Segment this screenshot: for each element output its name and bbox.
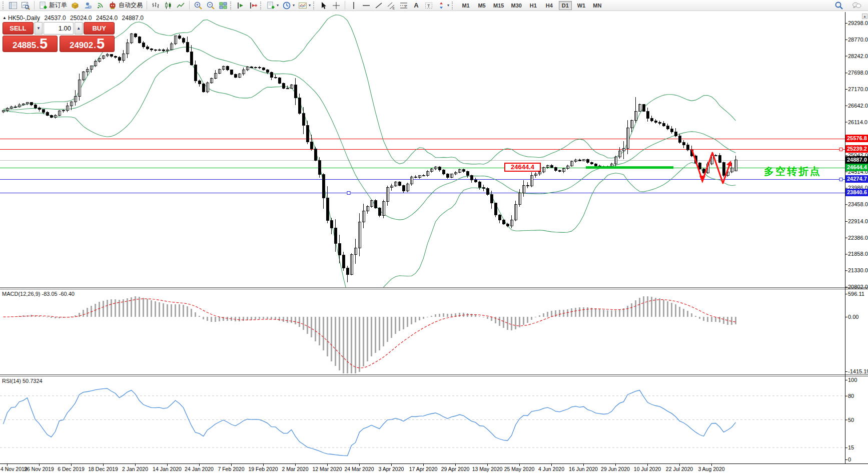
period-clock-dropdown[interactable]: ▾ (281, 1, 296, 11)
rsi-line (4, 388, 736, 456)
chevron-down-icon: ▾ (309, 4, 311, 8)
horizontal-line-tool-icon[interactable] (360, 1, 372, 11)
price-flag-annotation[interactable]: 24644.4 (504, 163, 541, 172)
new-order-label: 新订单 (49, 1, 67, 10)
chart-window: ▲ HK50-,Daily 24537.0 25024.0 24524.0 24… (0, 12, 868, 473)
volume-input[interactable] (44, 22, 74, 35)
toolbar-separator (189, 1, 190, 10)
scroll-up-arrow[interactable]: ▲ (862, 14, 867, 19)
buy-button[interactable]: BUY (84, 22, 115, 35)
community-icon[interactable] (82, 1, 94, 11)
timeframe-mn[interactable]: MN (591, 1, 604, 10)
toolbar-right (833, 1, 866, 11)
bar-chart-mode-icon[interactable] (150, 1, 162, 11)
toolbar-separator (345, 1, 345, 10)
auto-trading-button[interactable]: 自动交易 (107, 1, 144, 11)
one-click-trade-panel: SELL ▼ ▲ BUY 24885 . 5 24902 . 5 (3, 22, 115, 52)
svg-text:T: T (427, 3, 430, 8)
market-cube-icon[interactable] (69, 1, 81, 11)
line-handle[interactable] (839, 178, 842, 181)
templates-dropdown[interactable]: ▾ (265, 1, 280, 11)
trading-terminal-window: 新订单 自动交易 (0, 0, 868, 473)
timeframe-w1[interactable]: W1 (575, 1, 588, 10)
timeframe-h1[interactable]: H1 (527, 1, 540, 10)
bollinger-middle-line (4, 47, 736, 220)
toolbar-separator (34, 1, 35, 10)
bid-price-panel[interactable]: 24885 . 5 (3, 36, 58, 52)
market-watch-icon[interactable] (7, 1, 19, 11)
timeframe-m15[interactable]: M15 (491, 1, 506, 10)
svg-text:F: F (405, 4, 407, 8)
channel-tool-icon[interactable]: E (385, 1, 397, 11)
bid-price-dot: . (37, 41, 39, 50)
search-icon[interactable] (833, 1, 845, 11)
trendline-tool-icon[interactable] (373, 1, 385, 11)
chart-shift-icon[interactable] (247, 1, 259, 11)
toolbar-grip[interactable] (260, 2, 263, 10)
tick-chart-icon[interactable] (20, 1, 32, 11)
chevron-down-icon: ▾ (277, 4, 279, 8)
vertical-line-tool-icon[interactable] (348, 1, 360, 11)
ask-price-dot: . (94, 41, 96, 50)
cn-note-annotation[interactable]: 多空转折点 (764, 165, 821, 178)
chevron-down-icon: ▾ (447, 4, 449, 8)
auto-trading-label: 自动交易 (119, 1, 143, 10)
auto-scroll-icon[interactable] (235, 1, 247, 11)
indicators-dropdown[interactable]: ▾ (297, 1, 312, 11)
crosshair-tool-icon[interactable] (330, 1, 342, 11)
timeframe-m30[interactable]: M30 (509, 1, 523, 10)
macd-signal-line (4, 299, 736, 368)
zoom-in-icon[interactable] (192, 1, 204, 11)
timeframe-h4[interactable]: H4 (543, 1, 556, 10)
horizontal-level-lines (0, 139, 845, 195)
new-order-button[interactable]: 新订单 (37, 1, 69, 11)
bid-price-int: 24885 (13, 41, 36, 50)
toolbar-grip[interactable] (3, 2, 5, 10)
toolbar-grip[interactable] (313, 2, 316, 10)
text-tool-icon[interactable]: A (410, 1, 422, 11)
ask-price-frac: 5 (97, 37, 105, 51)
tile-windows-icon[interactable] (217, 1, 229, 11)
bid-price-frac: 5 (40, 37, 48, 51)
cursor-tool-icon[interactable] (318, 1, 330, 11)
svg-text:E: E (393, 6, 395, 10)
toolbar-grip[interactable] (452, 2, 454, 10)
volume-increase-button[interactable]: ▲ (75, 22, 83, 35)
toolbar-separator (147, 1, 147, 10)
sell-button[interactable]: SELL (3, 22, 34, 35)
ask-price-int: 24902 (70, 41, 93, 50)
macd-histogram (4, 296, 736, 373)
arrows-tool-dropdown[interactable]: ▾ (435, 1, 451, 11)
zoom-out-icon[interactable] (205, 1, 217, 11)
text-label-tool-icon[interactable]: T (423, 1, 435, 11)
signals-icon[interactable] (94, 1, 106, 11)
volume-decrease-button[interactable]: ▼ (35, 22, 43, 35)
bollinger-lower-line (4, 62, 736, 313)
line-handle[interactable] (347, 192, 350, 195)
timeframe-m1[interactable]: M1 (459, 1, 472, 10)
ask-price-panel[interactable]: 24902 . 5 (60, 36, 115, 52)
timeframe-d1[interactable]: D1 (559, 1, 572, 10)
chat-icon[interactable] (850, 1, 863, 11)
toolbar-grip[interactable] (230, 2, 233, 10)
line-handle[interactable] (839, 148, 842, 151)
timeframe-m5[interactable]: M5 (475, 1, 488, 10)
fibonacci-tool-icon[interactable]: F (398, 1, 410, 11)
toolbar: 新订单 自动交易 (0, 0, 868, 11)
candles-layer (2, 33, 737, 282)
timeframe-toolbar: M1M5M15M30H1H4D1W1MN (459, 1, 604, 10)
green-turning-segment[interactable] (586, 166, 673, 169)
candlestick-mode-icon[interactable] (162, 1, 174, 11)
line-chart-mode-icon[interactable] (175, 1, 187, 11)
chart-surface[interactable] (0, 12, 868, 473)
chevron-down-icon: ▾ (293, 4, 295, 8)
